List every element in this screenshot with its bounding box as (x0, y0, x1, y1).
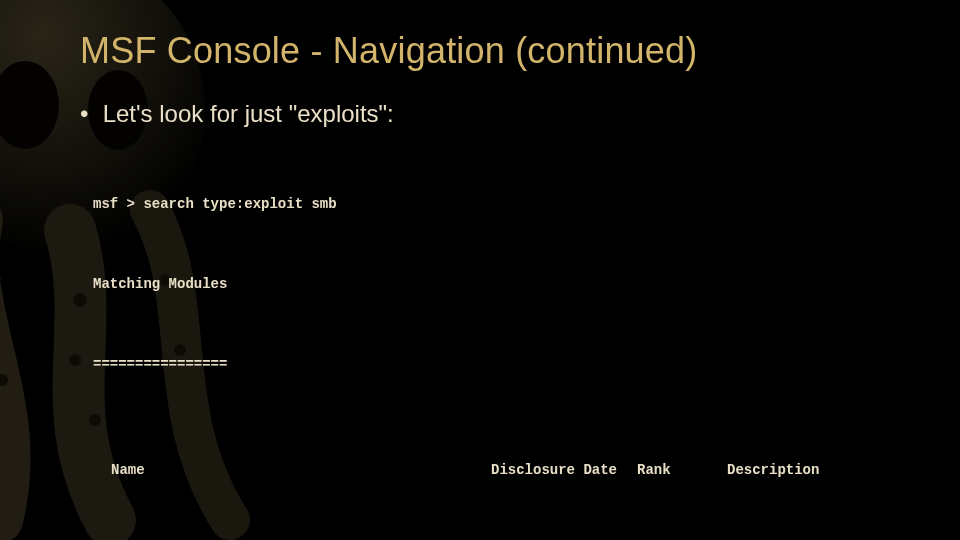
bullet-dot-icon: • (80, 100, 96, 128)
col-header-rank: Rank (637, 457, 727, 484)
console-prompt-line: msf > search type:exploit smb (93, 191, 920, 218)
console-header-row: Name Disclosure Date Rank Description (93, 457, 920, 484)
col-header-date: Disclosure Date (491, 457, 637, 484)
intro-bullet: • Let's look for just "exploits": (80, 100, 920, 128)
col-header-name: Name (93, 457, 491, 484)
console-matching-underline: ================ (93, 351, 920, 378)
console-output: msf > search type:exploit smb Matching M… (93, 138, 920, 540)
slide: MSF Console - Navigation (continued) • L… (0, 0, 960, 540)
col-header-desc: Description (727, 457, 920, 484)
intro-bullet-text: Let's look for just "exploits": (103, 100, 394, 127)
console-matching-header: Matching Modules (93, 271, 920, 298)
slide-title: MSF Console - Navigation (continued) (80, 30, 920, 72)
